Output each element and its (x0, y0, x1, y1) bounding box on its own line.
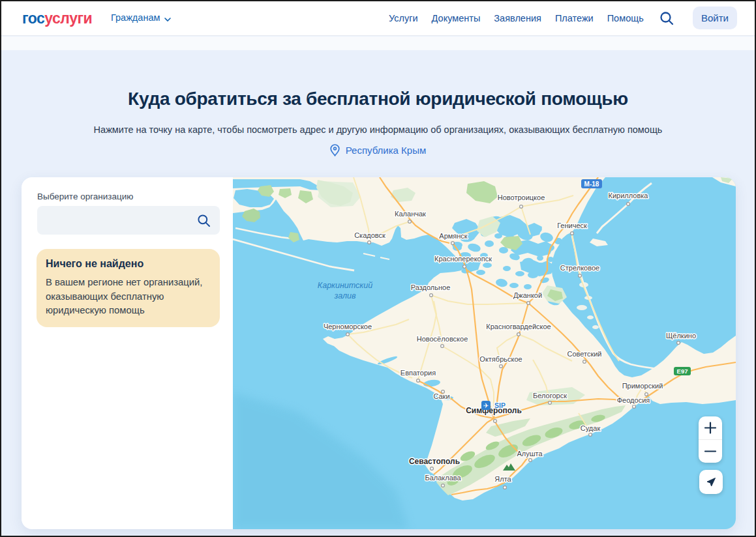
svg-text:Каркинитский: Каркинитский (318, 281, 372, 290)
svg-text:Ялта: Ялта (494, 475, 511, 483)
svg-text:Армянск: Армянск (439, 232, 468, 240)
svg-text:Судак: Судак (581, 424, 601, 432)
svg-text:Щёлкино: Щёлкино (666, 332, 696, 340)
svg-text:Белогорск: Белогорск (533, 392, 567, 399)
svg-text:Симферополь: Симферополь (466, 406, 522, 415)
svg-text:Геническ: Геническ (557, 222, 587, 229)
svg-text:М-18: М-18 (584, 181, 599, 188)
svg-text:залив: залив (333, 291, 355, 300)
svg-text:Раздольное: Раздольное (411, 283, 451, 291)
svg-text:Новотроицкое: Новотроицкое (498, 194, 545, 201)
svg-text:Новосёловское: Новосёловское (417, 335, 468, 343)
svg-text:Севастополь: Севастополь (409, 457, 460, 466)
svg-text:✈: ✈ (483, 402, 489, 409)
svg-text:E97: E97 (677, 368, 688, 375)
svg-text:Феодосия: Феодосия (617, 396, 650, 404)
svg-text:Советский: Советский (567, 350, 601, 358)
svg-text:Черноморское: Черноморское (324, 323, 372, 330)
svg-text:Стрелковое: Стрелковое (560, 264, 599, 272)
svg-text:SIP: SIP (494, 401, 506, 409)
svg-text:Джанкой: Джанкой (513, 291, 542, 299)
svg-text:Каланчак: Каланчак (395, 210, 426, 218)
svg-text:Кирилловка: Кирилловка (609, 192, 649, 199)
svg-text:Приморский: Приморский (622, 382, 663, 390)
svg-text:Скадовск: Скадовск (354, 231, 386, 239)
svg-text:Саки: Саки (433, 392, 449, 400)
svg-text:Октябрьское: Октябрьское (479, 355, 522, 363)
svg-text:Красноперекопск: Красноперекопск (434, 255, 492, 263)
svg-text:Балаклава: Балаклава (425, 474, 461, 482)
svg-text:Красногвардейское: Красногвардейское (486, 323, 551, 330)
svg-text:Евпатория: Евпатория (401, 369, 436, 377)
svg-text:Алушта: Алушта (517, 450, 543, 457)
